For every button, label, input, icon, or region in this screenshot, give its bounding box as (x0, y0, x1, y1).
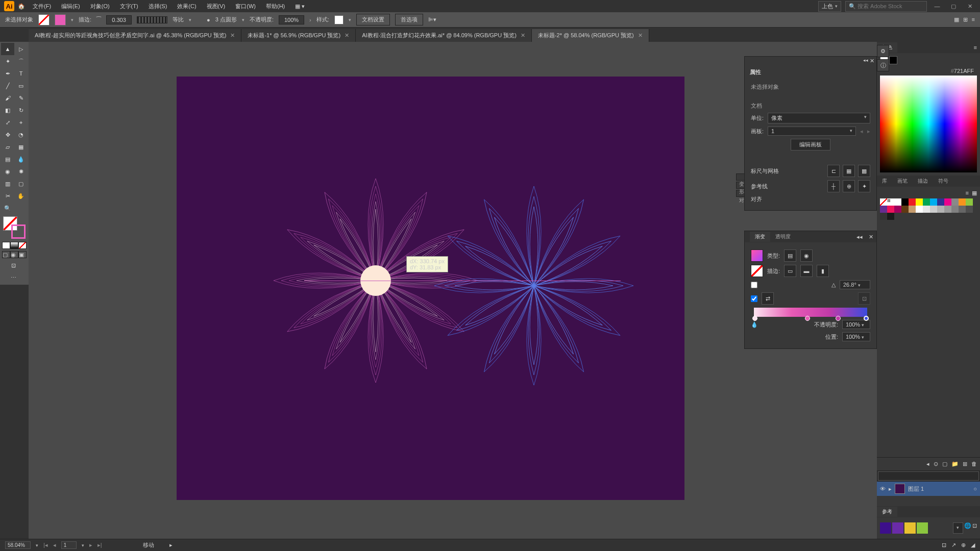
panel-menu-icon[interactable]: ≡ (972, 16, 975, 23)
linear-gradient-icon[interactable]: ▤ (784, 249, 796, 262)
menu-object[interactable]: 对象(O) (86, 1, 114, 12)
swatch[interactable] (916, 206, 923, 213)
eyedropper-tool[interactable]: 💧 (14, 153, 28, 165)
zoom-input[interactable] (5, 541, 31, 549)
status-disclosure-icon[interactable]: ▸ (169, 542, 173, 548)
screen-mode-full[interactable]: ◉ (10, 251, 18, 258)
color-mode-none[interactable] (18, 242, 27, 249)
gradient-tool[interactable]: ▤ (1, 153, 14, 165)
stroke-across-icon[interactable]: ▮ (817, 265, 829, 277)
target-icon[interactable]: ○ (973, 486, 977, 492)
transparency-tab[interactable]: 透明度 (770, 232, 796, 242)
tab-close-icon[interactable]: ✕ (521, 32, 525, 39)
gradient-stop-0[interactable] (752, 316, 757, 321)
edit-artboard-button[interactable]: 编辑画板 (791, 139, 830, 151)
scale-tool[interactable]: ⤢ (1, 116, 14, 129)
artboard-tool[interactable]: ▢ (14, 178, 28, 190)
brushes-tab[interactable]: 画笔 (892, 176, 913, 186)
gradient-stop-2[interactable] (836, 316, 841, 321)
ref-swatch[interactable] (917, 522, 928, 534)
swatch[interactable] (887, 213, 894, 220)
menu-view[interactable]: 视图(V) (203, 1, 230, 12)
gradient-ramp[interactable] (754, 308, 867, 317)
doc-tab-3[interactable]: 未标题-2* @ 58.04% (RGB/GPU 预览)✕ (532, 29, 649, 42)
paintbrush-tool[interactable]: 🖌 (1, 92, 14, 104)
magic-wand-tool[interactable]: ✦ (1, 55, 14, 67)
layer-row[interactable]: 👁 ▸ 图层 1 ○ (877, 482, 980, 496)
swatch[interactable] (923, 198, 930, 206)
swatch[interactable] (951, 198, 959, 206)
tab-close-icon[interactable]: ✕ (345, 32, 349, 39)
flower-artwork-right[interactable] (381, 143, 687, 423)
gradient-stop-3[interactable] (864, 316, 869, 321)
first-artboard-icon[interactable]: |◂ (43, 542, 48, 548)
screen-mode-normal[interactable]: ▢ (2, 251, 10, 258)
swatch[interactable] (901, 206, 909, 213)
swatch[interactable]: ⊞ (887, 198, 894, 206)
ref-dropdown[interactable]: ▾ (953, 522, 963, 534)
gradient-tab[interactable]: 渐变 (750, 232, 770, 242)
aspect-lock-icon[interactable]: ⊡ (858, 292, 870, 305)
color-mode-gradient[interactable] (10, 242, 18, 249)
hex-value[interactable]: 721AFF (954, 68, 974, 74)
gradient-position-input[interactable]: 100% ▾ (842, 332, 870, 341)
swatch[interactable] (880, 206, 887, 213)
snap-icon[interactable]: ⊞ (963, 16, 968, 23)
gpu-icon[interactable]: ⊡ (942, 542, 946, 548)
menu-type[interactable]: 文字(T) (116, 1, 142, 12)
perspective-tool[interactable]: ▱ (1, 141, 14, 153)
swatch[interactable] (894, 198, 901, 206)
swatch[interactable] (937, 198, 944, 206)
shape-builder-tool[interactable]: ◔ (14, 129, 28, 141)
swatch[interactable] (930, 198, 937, 206)
layer-mask-icon[interactable]: ▢ (942, 461, 947, 467)
fill-stroke-proxy[interactable] (3, 216, 26, 239)
info-icon[interactable]: ⓘ (877, 59, 889, 71)
width-tool[interactable]: ⌖ (14, 116, 28, 129)
guide-show-icon[interactable]: ┼ (827, 180, 840, 192)
artboard-next-icon[interactable]: ▸ (867, 128, 870, 135)
blend-tool[interactable]: ◉ (1, 165, 14, 178)
opacity-input[interactable] (279, 15, 304, 24)
doc-setup-button[interactable]: 文档设置 (356, 14, 390, 26)
export-icon[interactable]: ↗ (951, 542, 956, 548)
ref-swatch[interactable] (880, 522, 891, 534)
menu-select[interactable]: 选择(S) (144, 1, 172, 12)
tab-close-icon[interactable]: ✕ (638, 32, 643, 39)
swatch[interactable] (930, 206, 937, 213)
grid-view-icon[interactable]: ▦ (972, 190, 977, 196)
rectangle-tool[interactable]: ▭ (14, 80, 28, 92)
swatch[interactable] (909, 198, 916, 206)
grid-toggle-icon[interactable]: ▦ (843, 165, 855, 177)
gradient-opacity-input[interactable]: 100% ▾ (842, 320, 870, 329)
swatch[interactable] (944, 198, 951, 206)
close-icon[interactable]: ✕ (964, 2, 976, 10)
align-icon[interactable]: ⊫▾ (428, 16, 436, 23)
panel-collapse-icon[interactable]: ◂◂ (863, 58, 868, 64)
color-stroke-proxy[interactable] (889, 56, 897, 64)
symbols-tab[interactable]: 符号 (933, 176, 953, 186)
swatch[interactable] (909, 206, 916, 213)
swatch[interactable] (951, 206, 959, 213)
ref-swatch[interactable] (892, 522, 903, 534)
expand-icon[interactable]: ▸ (889, 486, 892, 492)
selection-tool[interactable]: ▲ (1, 43, 14, 55)
last-artboard-icon[interactable]: ▸| (97, 542, 102, 548)
panel-close-icon[interactable]: ✕ (870, 58, 874, 64)
stock-search[interactable]: 🔍 搜索 Adobe Stock (845, 1, 927, 12)
zoom-tool[interactable]: 🔍 (1, 202, 14, 214)
angle-input[interactable]: 26.8° ▾ (840, 280, 870, 289)
fill-swatch[interactable] (38, 14, 50, 26)
stroke-in-icon[interactable]: ▭ (784, 265, 796, 277)
doc-tab-2[interactable]: AI教程-混合打造梦幻花卉效果.ai* @ 84.09% (RGB/GPU 预览… (356, 29, 532, 42)
delete-layer-icon[interactable]: 🗑 (971, 461, 977, 467)
swatch[interactable] (894, 206, 901, 213)
menu-arrange-icon[interactable]: ▦ ▾ (291, 2, 309, 11)
pencil-tool[interactable]: ✎ (14, 92, 28, 104)
lasso-tool[interactable]: ⌒ (14, 55, 28, 67)
swatch[interactable] (923, 206, 930, 213)
workspace-dropdown[interactable]: 上色 ▾ (818, 1, 841, 12)
edit-toolbar[interactable]: ⊡ (1, 259, 26, 271)
layer-name[interactable]: 图层 1 (908, 485, 924, 493)
type-tool[interactable]: T (14, 67, 28, 80)
